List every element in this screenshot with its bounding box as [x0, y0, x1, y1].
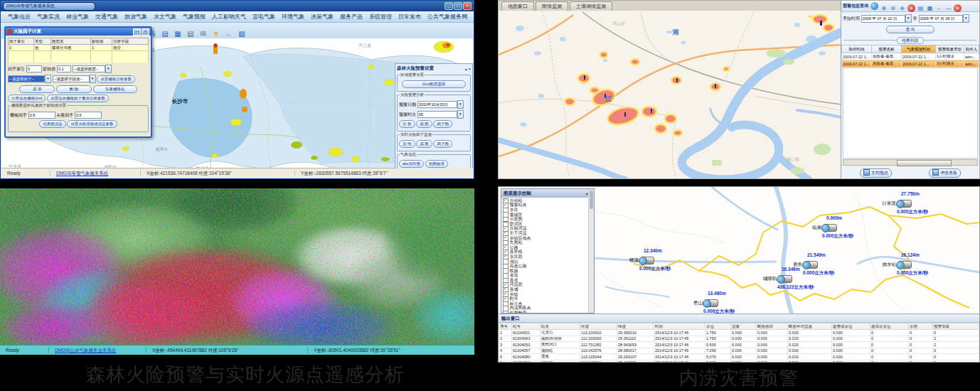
station-marker[interactable]: 26.124m 抽水站 0.000立方米/秒 [880, 252, 972, 277]
add-button[interactable]: 添 加 [19, 85, 55, 93]
vector-factor-input[interactable]: 0.5 [75, 112, 102, 119]
column-header[interactable]: 制作人 [964, 45, 979, 53]
menu-item[interactable]: 系统管理 [366, 13, 395, 21]
chevron-down-icon[interactable]: ▼ [905, 14, 912, 23]
h-scrollbar[interactable] [843, 159, 978, 166]
station-marker[interactable]: 12.340m 螺溪 0.000立方米/秒 [622, 248, 715, 272]
zoom-out-icon[interactable]: ⊖ [889, 4, 897, 12]
column-header[interactable]: 站名 [540, 323, 580, 330]
minimize-button[interactable]: _ [444, 2, 453, 10]
column-header[interactable]: 断面面积 [757, 323, 788, 330]
layer-checkbox[interactable] [503, 311, 508, 313]
detail-view-button[interactable]: 详情查看 [929, 168, 961, 178]
station-marker[interactable]: 0.000m 临湘 0.000立方米/秒 [805, 215, 898, 240]
raster-factor-input[interactable]: 0.5 [28, 112, 55, 119]
menu-item[interactable]: 气象实况 [34, 13, 63, 21]
make-map2-button[interactable]: 成 图 [416, 140, 432, 148]
menu-item[interactable]: 旅游气象 [122, 13, 150, 21]
menu-item[interactable]: 林业气象 [63, 13, 92, 21]
menu-item[interactable]: 雷电气象 [250, 13, 278, 21]
menu-item[interactable]: 气象信息 [5, 13, 33, 21]
warn-date-input[interactable]: 2010年10月15日 [417, 101, 457, 108]
system-link[interactable]: DMGIS专项气象服务系统 [50, 170, 141, 176]
factor-index-input[interactable]: 0 [26, 65, 42, 73]
image-icon[interactable]: ▧ [237, 29, 247, 39]
menu-item[interactable]: 决策气象 [308, 13, 336, 21]
v-scrollbar[interactable] [588, 189, 594, 313]
query-button[interactable]: 查 询 [886, 26, 934, 33]
result-row[interactable]: 2009-07-22 1...风险暴-暴雨 2009-07-22 1...3小时… [842, 60, 979, 68]
layers-icon[interactable]: ▤ [917, 4, 925, 12]
column-header[interactable]: 预警雨量类型 [936, 45, 964, 53]
station-map-canvas[interactable]: 12.340m 螺溪 0.000立方米/秒 27.750m 计家渡 0.000立… [499, 187, 979, 314]
collapse-icon[interactable]: ▴ × [465, 66, 471, 71]
start-button[interactable]: 启 动 [399, 140, 415, 148]
station-marker[interactable]: 27.750m 计家渡 0.000立方米/秒 [880, 191, 972, 215]
factor-map-button[interactable]: 因子图 [433, 120, 452, 128]
column-header[interactable]: 制作时间 [842, 45, 872, 53]
station-marker[interactable]: 13.460m 君山 0.006立方米/秒 [686, 291, 779, 314]
column-header[interactable]: 流量 [731, 323, 757, 330]
dialog-title-bar[interactable]: 火险因子计算 — × [6, 28, 151, 36]
station-row[interactable]: 361304050营田河口112.701282 28.9430532014/12… [499, 342, 979, 348]
layers-icon[interactable]: ▤ [160, 29, 170, 39]
close-red-icon[interactable]: × [907, 4, 915, 12]
close-button[interactable]: × [463, 2, 472, 10]
column-header[interactable]: 因子索引 [9, 38, 34, 45]
column-header[interactable]: 分析字段 [112, 38, 149, 45]
column-header[interactable]: 类型 [34, 38, 51, 45]
menu-item[interactable]: 服务产品 [337, 13, 366, 21]
factor-row[interactable]: 0面 森林分布图1 相交 [9, 45, 149, 51]
del-button[interactable]: 删 除 [56, 85, 92, 93]
chevron-down-icon[interactable]: ▼ [45, 75, 51, 83]
menu-item[interactable]: 环境气象 [279, 13, 307, 21]
layer-select[interactable]: --请选择图层-- [73, 65, 105, 73]
raster-params-button[interactable]: 设置栅格分析参数 [97, 75, 135, 83]
factor-map2-button[interactable]: 因子图 [433, 140, 452, 148]
column-header[interactable]: 超警戒水位 [832, 323, 870, 330]
zoom-in-icon[interactable]: ⊕ [880, 4, 888, 12]
column-header[interactable]: 断面平均流速 [788, 323, 832, 330]
column-header-sorted[interactable]: 气象预报时间 [902, 45, 936, 53]
factor-select[interactable]: --请选择因子-- [8, 75, 45, 82]
tab[interactable]: 地图窗口 [501, 1, 534, 11]
title-bar[interactable]: DMGIS专项气象服务系统 _ □ × [1, 1, 474, 11]
chevron-down-icon[interactable]: ▼ [963, 14, 969, 23]
menu-item[interactable]: 日常发布 [395, 13, 424, 21]
result-row[interactable]: 2009-07-22 1...风险暴-暴雨... 2009-07-22 1...… [842, 53, 979, 60]
column-header[interactable]: 预警名称 [872, 45, 902, 53]
column-header[interactable]: 图层名 [51, 38, 91, 45]
station-row[interactable]: 561304080鹿角113.105044 29.2631072014/12/3… [499, 354, 979, 360]
menu-item[interactable]: 公共气象服务网 [425, 13, 470, 21]
column-header[interactable]: 时间 [654, 323, 705, 330]
grid-layer-button[interactable]: Grid图层选择 [402, 80, 466, 88]
satellite-image[interactable] [0, 188, 474, 346]
back-icon[interactable]: ← [935, 4, 943, 12]
column-header[interactable]: 水位 [705, 323, 731, 330]
close-panel-icon[interactable]: × [954, 4, 962, 12]
menu-item[interactable]: 水文气象 [151, 13, 179, 21]
station-row[interactable]: 161104001七里山113.100010 29.3500102014/12/… [499, 330, 979, 336]
mail-icon[interactable]: ✉ [198, 29, 208, 39]
column-header[interactable]: 超保证水位 [870, 323, 909, 330]
web-map-canvas[interactable]: 湘江坪山乡路口镇 [499, 11, 842, 179]
result-list-area[interactable] [843, 68, 978, 159]
date-to-input[interactable]: 2009 年 07 月 29 日 [919, 15, 963, 23]
back-icon[interactable]: ← [224, 29, 234, 39]
column-header[interactable]: 影响值 [91, 38, 112, 45]
menu-item[interactable]: 人工影响天气 [209, 13, 249, 21]
abc-realtime-button[interactable]: abc实时图 [399, 160, 424, 168]
column-header[interactable]: 纬度 [617, 323, 654, 330]
tab[interactable]: 土壤墒情监测 [570, 1, 612, 11]
column-header[interactable]: 预警等级 [933, 323, 979, 330]
column-header[interactable]: 经度 [580, 323, 617, 330]
maximize-button[interactable]: □ [454, 2, 462, 10]
dialog-minimize-icon[interactable]: — [133, 28, 141, 36]
minimize-icon[interactable]: — [944, 4, 952, 12]
overlay-params-button[interactable]: 设置综合栅格因子叠加分析参数 [47, 95, 109, 102]
chevron-down-icon[interactable]: ▼ [90, 75, 96, 83]
globe-icon[interactable] [870, 2, 878, 10]
layer-item[interactable]: 监测断面 [503, 311, 594, 313]
chevron-down-icon[interactable]: ▼ [105, 65, 112, 73]
dialog-close-icon[interactable]: × [142, 28, 149, 36]
